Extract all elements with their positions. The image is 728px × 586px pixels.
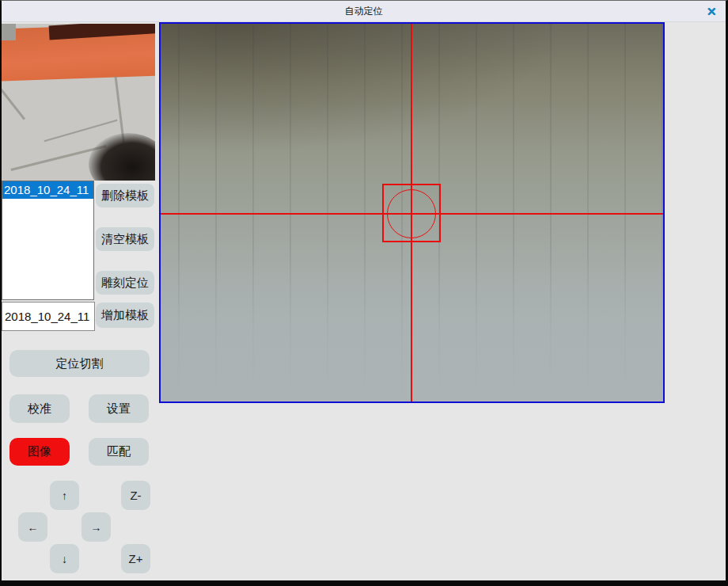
jog-right-button[interactable]: → — [82, 512, 111, 542]
template-list-item[interactable]: 2018_10_24_11 — [2, 181, 93, 199]
template-name-input[interactable] — [2, 302, 95, 331]
preview-tile-line — [2, 87, 25, 120]
position-cut-button[interactable]: 定位切割 — [9, 350, 150, 377]
up-arrow-icon: ↑ — [62, 489, 67, 502]
jog-z-minus-button[interactable]: Z- — [121, 481, 150, 510]
close-icon: ✕ — [707, 6, 717, 17]
right-arrow-icon: → — [91, 521, 102, 534]
template-preview-image — [2, 24, 155, 181]
add-template-button[interactable]: 增加模板 — [96, 303, 154, 328]
window-title: 自动定位 — [345, 5, 383, 18]
match-button[interactable]: 匹配 — [89, 438, 149, 466]
jog-down-button[interactable]: ↓ — [50, 544, 79, 573]
title-bar: 自动定位 ✕ — [2, 1, 726, 22]
image-button-active[interactable]: 图像 — [9, 438, 70, 466]
auto-position-window: 自动定位 ✕ 2018_10_24_11 删除模板 清空模板 雕刻定位 增加模板… — [0, 0, 728, 586]
jog-left-button[interactable]: ← — [18, 512, 47, 542]
delete-template-button[interactable]: 删除模板 — [96, 184, 154, 207]
close-button[interactable]: ✕ — [702, 3, 721, 20]
engrave-position-button[interactable]: 雕刻定位 — [96, 271, 154, 295]
match-region-circle — [387, 189, 436, 238]
preview-grey-patch — [2, 24, 16, 40]
jog-up-button[interactable]: ↑ — [50, 481, 79, 510]
jog-z-plus-button[interactable]: Z+ — [121, 544, 150, 573]
clear-templates-button[interactable]: 清空模板 — [96, 227, 154, 251]
calibrate-button[interactable]: 校准 — [9, 394, 70, 423]
down-arrow-icon: ↓ — [62, 553, 67, 565]
camera-view[interactable] — [159, 22, 665, 403]
left-arrow-icon: ← — [28, 521, 39, 534]
settings-button[interactable]: 设置 — [89, 394, 149, 423]
preview-dark-object — [89, 133, 155, 181]
template-list[interactable]: 2018_10_24_11 — [2, 181, 94, 300]
